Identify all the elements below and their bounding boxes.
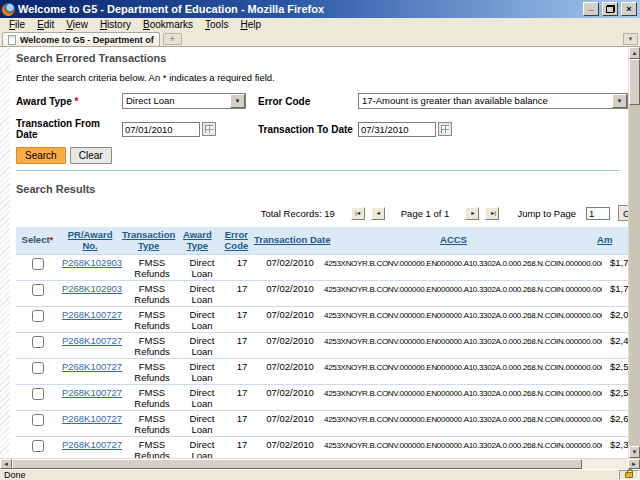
transaction-type-cell: FMSS Refunds <box>124 336 180 357</box>
new-tab-button[interactable]: + <box>163 33 182 45</box>
accs-cell: 4253XNOYR.B.CONV.000000.EN000000.A10.330… <box>320 336 602 348</box>
vertical-scrollbar[interactable]: ▲ ▼ <box>628 47 640 458</box>
menu-history[interactable]: History <box>94 18 137 32</box>
pr-award-link[interactable]: P268K100727 <box>62 413 122 424</box>
row-select-checkbox[interactable] <box>32 388 44 400</box>
error-code-select[interactable]: 17-Amount is greater than available bala… <box>358 93 628 109</box>
pr-award-link[interactable]: P268K100727 <box>62 439 122 450</box>
error-code-cell: 17 <box>224 336 260 347</box>
transaction-type-cell: FMSS Refunds <box>124 310 180 331</box>
transaction-type-cell: FMSS Refunds <box>124 414 180 435</box>
status-text: Done <box>1 470 619 480</box>
award-type-cell: Direct Loan <box>180 440 224 458</box>
scroll-up-icon[interactable]: ▲ <box>629 47 640 59</box>
row-select-checkbox[interactable] <box>32 440 44 452</box>
pr-award-link[interactable]: P268K100727 <box>62 387 122 398</box>
scroll-down-icon[interactable]: ▼ <box>629 446 640 458</box>
transaction-type-cell: FMSS Refunds <box>124 362 180 383</box>
calendar-icon[interactable] <box>438 122 452 136</box>
award-type-cell: Direct Loan <box>180 310 224 331</box>
table-row: P268K100727 FMSS Refunds Direct Loan 17 … <box>16 333 628 359</box>
horizontal-scrollbar-track[interactable] <box>582 459 628 469</box>
pr-award-cell: P268K102903 <box>60 284 124 295</box>
menu-help[interactable]: Help <box>234 18 267 32</box>
accs-column-header[interactable]: ACCS <box>314 235 589 246</box>
amount-column-header[interactable]: Am <box>589 235 628 246</box>
transaction-date-column-header[interactable]: Transaction Date <box>254 235 314 246</box>
select-cell <box>16 388 60 400</box>
award-type-select[interactable]: Direct Loan ▼ <box>122 93 246 109</box>
pr-award-cell: P268K100727 <box>60 310 124 321</box>
go-button[interactable]: G <box>618 205 628 221</box>
chevron-down-icon[interactable]: ▼ <box>612 94 627 108</box>
restore-button[interactable] <box>602 2 618 16</box>
error-code-column-header[interactable]: Error Code <box>219 230 254 252</box>
active-tab[interactable]: Welcome to G5 - Department of Edu... <box>2 32 160 46</box>
to-date-input[interactable] <box>358 122 436 137</box>
pr-award-link[interactable]: P268K102903 <box>62 283 122 294</box>
clear-button[interactable]: Clear <box>70 147 112 164</box>
restore-icon <box>606 5 615 13</box>
menu-bar: File Edit View History Bookmarks Tools H… <box>0 18 640 32</box>
table-row: P268K102903 FMSS Refunds Direct Loan 17 … <box>16 255 628 281</box>
error-code-cell: 17 <box>224 258 260 269</box>
minimize-button[interactable]: _ <box>583 2 599 16</box>
vertical-scrollbar-track[interactable] <box>629 105 640 446</box>
amount-cell: $2,6 <box>602 414 628 425</box>
row-select-checkbox[interactable] <box>32 414 44 426</box>
list-tabs-button[interactable]: ▼ <box>623 33 638 45</box>
from-date-input[interactable] <box>122 122 200 137</box>
row-select-checkbox[interactable] <box>32 258 44 270</box>
award-type-cell: Direct Loan <box>180 258 224 279</box>
menu-view[interactable]: View <box>60 18 94 32</box>
menu-bookmarks[interactable]: Bookmarks <box>137 18 199 32</box>
amount-cell: $2,4 <box>602 336 628 347</box>
row-select-checkbox[interactable] <box>32 310 44 322</box>
calendar-icon[interactable] <box>202 122 216 136</box>
left-hatch-border <box>0 47 10 458</box>
row-select-checkbox[interactable] <box>32 362 44 374</box>
next-page-icon[interactable]: ► <box>465 207 479 220</box>
title-bar: Welcome to G5 - Department of Education … <box>0 0 640 18</box>
menu-file[interactable]: File <box>3 18 31 32</box>
pr-award-link[interactable]: P268K102903 <box>62 257 122 268</box>
award-type-column-header[interactable]: Award Type <box>176 230 219 252</box>
scroll-left-icon[interactable]: ◄ <box>0 459 12 469</box>
vertical-scrollbar-thumb[interactable] <box>629 59 640 105</box>
table-row: P268K100727 FMSS Refunds Direct Loan 17 … <box>16 411 628 437</box>
accs-cell: 4253XNOYR.B.CONV.000000.EN000000.A10.330… <box>320 414 602 426</box>
row-select-checkbox[interactable] <box>32 336 44 348</box>
table-row: P268K102903 FMSS Refunds Direct Loan 17 … <box>16 281 628 307</box>
select-column-header: Select * <box>16 235 59 246</box>
last-page-icon[interactable]: ►| <box>485 207 499 220</box>
accs-cell: 4253XNOYR.B.CONV.000000.EN000000.A10.330… <box>320 388 602 400</box>
error-code-cell: 17 <box>224 310 260 321</box>
first-page-icon[interactable]: |◄ <box>351 207 365 220</box>
pr-award-column-header[interactable]: PR/Award No. <box>59 230 121 252</box>
search-button[interactable]: Search <box>16 147 66 164</box>
row-select-checkbox[interactable] <box>32 284 44 296</box>
horizontal-scrollbar-thumb[interactable] <box>12 459 582 469</box>
transaction-date-cell: 07/02/2010 <box>260 258 320 269</box>
amount-cell: $1,7 <box>602 284 628 295</box>
pr-award-link[interactable]: P268K100727 <box>62 309 122 320</box>
chevron-down-icon[interactable]: ▼ <box>230 94 245 108</box>
transaction-date-cell: 07/02/2010 <box>260 310 320 321</box>
pr-award-link[interactable]: P268K100727 <box>62 335 122 346</box>
transaction-date-cell: 07/02/2010 <box>260 388 320 399</box>
menu-edit[interactable]: Edit <box>31 18 60 32</box>
accs-cell: 4253XNOYR.B.CONV.000000.EN000000.A10.330… <box>320 362 602 374</box>
select-cell <box>16 284 60 296</box>
table-header-row: Select * PR/Award No. Transaction Type A… <box>16 227 628 255</box>
status-bar: Done <box>0 469 640 480</box>
horizontal-scrollbar[interactable]: ◄ ► <box>0 458 640 469</box>
scroll-right-icon[interactable]: ► <box>628 459 640 469</box>
transaction-type-column-header[interactable]: Transaction Type <box>121 230 176 252</box>
jump-to-page-input[interactable] <box>586 207 610 220</box>
close-button[interactable]: × <box>621 2 637 16</box>
menu-tools[interactable]: Tools <box>199 18 234 32</box>
page-info-label: Page 1 of 1 <box>401 208 450 219</box>
pr-award-link[interactable]: P268K100727 <box>62 361 122 372</box>
transaction-type-cell: FMSS Refunds <box>124 388 180 409</box>
previous-page-icon[interactable]: ◄ <box>371 207 385 220</box>
